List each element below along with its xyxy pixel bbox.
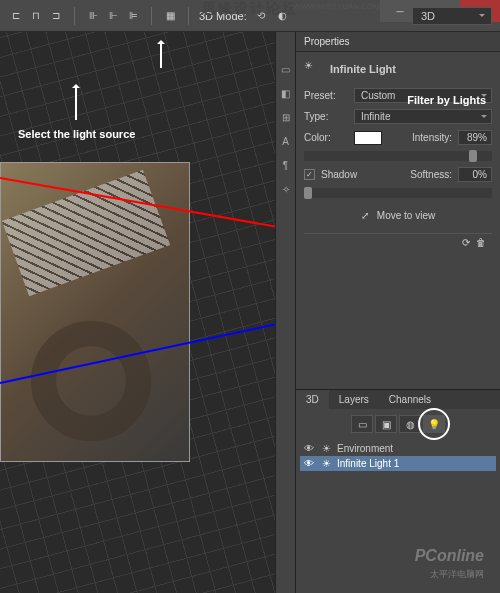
move-to-view-button[interactable]: Move to view — [377, 210, 435, 221]
color-label: Color: — [304, 132, 348, 143]
annotation-circle — [418, 408, 450, 440]
tool-wand-icon[interactable]: ✧ — [279, 182, 293, 196]
annotation-arrow-1 — [160, 42, 162, 68]
refresh-icon[interactable]: ⟳ — [462, 237, 470, 248]
annotation-filter-lights: Filter by Lights — [407, 94, 486, 106]
annotation-select-source: Select the light source — [18, 128, 135, 140]
light-row-label: Infinite Light 1 — [337, 458, 399, 469]
trash-icon[interactable]: 🗑 — [476, 237, 486, 248]
visibility-icon[interactable]: 👁 — [302, 443, 316, 454]
tool-icon-3[interactable]: ⊞ — [279, 110, 293, 124]
distribute-icon[interactable]: ⊪ — [85, 8, 101, 24]
pconline-logo: PConline — [415, 547, 484, 565]
softness-slider[interactable] — [304, 188, 492, 198]
environment-label: Environment — [337, 443, 393, 454]
intensity-slider[interactable] — [304, 151, 492, 161]
watermark-top: 思缘设计论坛 — [202, 0, 298, 18]
tab-layers[interactable]: Layers — [329, 390, 379, 409]
distribute-icon-2[interactable]: ⊩ — [105, 8, 121, 24]
type-label: Type: — [304, 111, 348, 122]
tool-text-icon[interactable]: A — [279, 134, 293, 148]
preset-label: Preset: — [304, 90, 348, 101]
move-to-view-icon[interactable]: ⤢ — [361, 210, 369, 221]
environment-row[interactable]: 👁 ☀ Environment — [300, 441, 496, 456]
properties-tab[interactable]: Properties — [296, 32, 500, 52]
annotation-arrow-2 — [75, 86, 77, 120]
align-right-icon[interactable]: ⊐ — [48, 8, 64, 24]
type-dropdown[interactable]: Infinite — [354, 109, 492, 124]
collapsed-tool-sidebar: ▭ ◧ ⊞ A ¶ ✧ — [275, 32, 295, 593]
pconline-sub: 太平洋电脑网 — [430, 568, 484, 581]
intensity-value[interactable]: 89% — [458, 130, 492, 145]
filter-lights-button[interactable]: 💡 — [423, 415, 445, 433]
tool-icon-2[interactable]: ◧ — [279, 86, 293, 100]
light-row-icon: ☀ — [322, 458, 331, 469]
distribute-icon-3[interactable]: ⊫ — [125, 8, 141, 24]
shadow-checkbox[interactable]: ✓ — [304, 169, 315, 180]
tab-channels[interactable]: Channels — [379, 390, 441, 409]
softness-value[interactable]: 0% — [458, 167, 492, 182]
env-icon: ☀ — [322, 443, 331, 454]
filter-bar: ▭ ▣ ◍ 💡 — [296, 409, 500, 439]
infinite-light-row[interactable]: 👁 ☀ Infinite Light 1 — [300, 456, 496, 471]
color-swatch[interactable] — [354, 131, 382, 145]
properties-title: Infinite Light — [330, 63, 396, 75]
tool-paragraph-icon[interactable]: ¶ — [279, 158, 293, 172]
align-center-icon[interactable]: ⊓ — [28, 8, 44, 24]
tab-3d[interactable]: 3D — [296, 390, 329, 409]
intensity-label: Intensity: — [412, 132, 452, 143]
filter-materials-button[interactable]: ◍ — [399, 415, 421, 433]
watermark-url: WWW.MISSYUAN.COM — [293, 2, 380, 11]
shadow-label: Shadow — [321, 169, 357, 180]
align-left-icon[interactable]: ⊏ — [8, 8, 24, 24]
properties-panel: ☀ Infinite Light Preset: Custom Type: In… — [296, 52, 500, 259]
filter-scene-button[interactable]: ▭ — [351, 415, 373, 433]
view-dropdown[interactable]: 3D — [412, 7, 492, 25]
softness-label: Softness: — [410, 169, 452, 180]
tool-icon-1[interactable]: ▭ — [279, 62, 293, 76]
visibility-icon[interactable]: 👁 — [302, 458, 316, 469]
filter-meshes-button[interactable]: ▣ — [375, 415, 397, 433]
canvas-3d-view[interactable] — [0, 32, 275, 593]
infinite-light-icon: ☀ — [304, 60, 322, 78]
grid-icon[interactable]: ▦ — [162, 8, 178, 24]
